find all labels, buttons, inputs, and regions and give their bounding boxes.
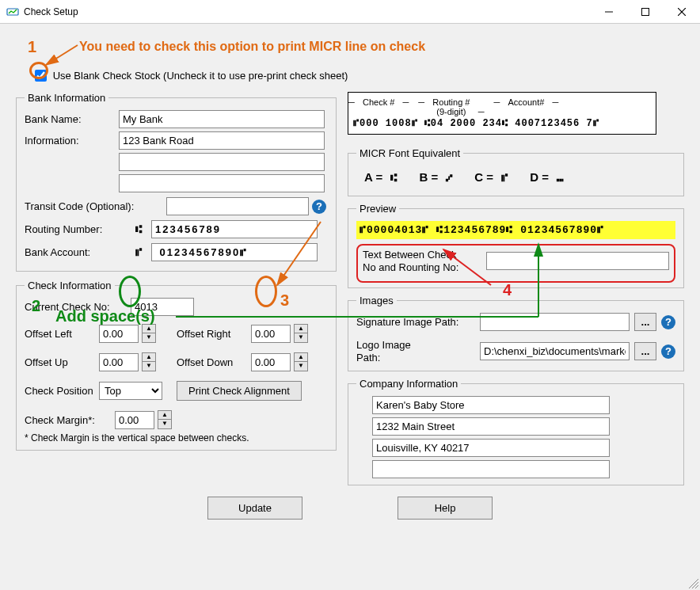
bank-info-group: Bank Information Bank Name: Information:	[16, 92, 337, 272]
logo-path-label-1: Logo Image	[356, 339, 475, 352]
transit-code-input[interactable]	[166, 197, 309, 215]
check-position-label: Check Position	[25, 385, 96, 397]
preview-legend: Preview	[356, 203, 399, 215]
bank-name-input[interactable]	[119, 110, 325, 128]
minimize-button[interactable]	[591, 0, 627, 23]
svg-line-12	[695, 585, 698, 588]
sample-micr-line: ⑈000 1008⑈ ⑆04 2000 234⑆ 4007123456 7⑈	[353, 118, 651, 129]
offset-up-spinner[interactable]: ▲▼	[142, 352, 156, 371]
resize-grip-icon[interactable]	[686, 576, 700, 590]
company-info-group: Company Information	[348, 378, 684, 485]
routing-symbol: ⑆	[135, 223, 143, 236]
micr-sample-box: Check # Routing # (9-digit) Account# ⑈00…	[348, 92, 656, 135]
sample-account-label: Account#	[500, 97, 552, 116]
offset-right-input[interactable]	[251, 325, 291, 343]
current-check-input[interactable]	[131, 298, 194, 316]
check-margin-label: Check Margin*:	[25, 414, 112, 426]
images-legend: Images	[356, 295, 397, 306]
micr-a: A = ⑆	[364, 170, 397, 185]
signature-path-label: Signature Image Path:	[356, 316, 475, 328]
text-between-label-1: Text Between Check	[363, 249, 481, 261]
bank-info-legend: Bank Information	[25, 92, 108, 104]
update-button[interactable]: Update	[207, 497, 302, 520]
offset-right-spinner[interactable]: ▲▼	[294, 324, 308, 343]
svg-rect-2	[642, 8, 649, 15]
company-info-legend: Company Information	[356, 378, 461, 390]
blank-stock-row: Use Blank Check Stock (Uncheck it to use…	[32, 67, 684, 84]
offset-left-label: Offset Left	[25, 328, 96, 340]
bank-info-line2-input[interactable]	[119, 153, 325, 171]
sample-routing-label: Routing # (9-digit)	[424, 97, 477, 116]
svg-line-5	[46, 45, 78, 65]
micr-b: B = ⑇	[419, 170, 452, 185]
bank-account-input[interactable]	[151, 243, 318, 261]
offset-up-label: Offset Up	[25, 356, 96, 368]
bank-name-label: Bank Name:	[25, 113, 116, 125]
text-between-input[interactable]	[486, 252, 669, 270]
check-margin-input[interactable]	[115, 411, 154, 429]
micr-equiv-legend: MICR Font Equivalent	[356, 147, 463, 159]
use-blank-stock-checkbox[interactable]	[35, 70, 47, 82]
company-line3-input[interactable]	[372, 439, 610, 457]
company-line1-input[interactable]	[372, 396, 610, 414]
titlebar: Check Setup	[0, 0, 700, 24]
bank-info-line1-input[interactable]	[119, 131, 325, 150]
micr-c: C = ⑈	[474, 170, 508, 185]
print-alignment-button[interactable]: Print Check Alignment	[177, 381, 302, 401]
transit-label: Transit Code (Optional):	[25, 200, 163, 212]
micr-d: D = ⑉	[530, 170, 563, 185]
signature-browse-button[interactable]: ...	[634, 313, 656, 331]
routing-label: Routing Number:	[25, 223, 127, 235]
check-info-legend: Check Information	[25, 280, 115, 291]
check-margin-footnote: * Check Margin is the vertical space bet…	[25, 432, 328, 443]
annotation-number-1: 1	[28, 38, 36, 56]
company-line4-input[interactable]	[372, 460, 610, 478]
use-blank-stock-label: Use Blank Check Stock (Uncheck it to use…	[53, 70, 348, 82]
help-button[interactable]: Help	[398, 497, 493, 520]
bank-info-line3-input[interactable]	[119, 174, 325, 192]
account-label: Bank Account:	[25, 246, 127, 258]
offset-left-spinner[interactable]: ▲▼	[142, 324, 156, 343]
images-group: Images Signature Image Path: ... ? Logo …	[348, 295, 684, 371]
account-symbol: ⑈	[135, 246, 143, 259]
bank-info-label: Information:	[25, 135, 116, 147]
micr-equiv-group: MICR Font Equivalent A = ⑆ B = ⑇ C = ⑈ D…	[348, 147, 684, 196]
offset-down-label: Offset Down	[177, 356, 248, 368]
app-icon	[6, 6, 19, 18]
logo-path-input[interactable]	[480, 342, 630, 360]
help-icon[interactable]: ?	[661, 315, 675, 329]
preview-group: Preview ⑈00004013⑈ ⑆123456789⑆ 012345678…	[348, 203, 684, 288]
text-between-label-2: No and Rounting No:	[363, 261, 481, 274]
offset-right-label: Offset Right	[177, 328, 248, 340]
preview-micr-line: ⑈00004013⑈ ⑆123456789⑆ 01234567890⑈	[356, 221, 675, 239]
check-info-group: Check Information Current Check No: Offs…	[16, 280, 337, 451]
check-position-select[interactable]: Top	[99, 382, 162, 400]
help-icon[interactable]: ?	[661, 344, 675, 359]
svg-line-11	[692, 582, 698, 588]
logo-browse-button[interactable]: ...	[634, 342, 656, 360]
offset-down-input[interactable]	[251, 353, 291, 371]
company-line2-input[interactable]	[372, 417, 610, 436]
window-title: Check Setup	[24, 6, 591, 17]
maximize-button[interactable]	[627, 0, 664, 23]
offset-up-input[interactable]	[99, 353, 139, 371]
sample-check-label: Check #	[355, 97, 402, 116]
check-margin-spinner[interactable]: ▲▼	[158, 410, 172, 429]
current-check-label: Current Check No:	[25, 301, 127, 313]
close-button[interactable]	[664, 0, 700, 23]
content-area: Use Blank Check Stock (Uncheck it to use…	[0, 24, 700, 590]
help-icon[interactable]: ?	[312, 200, 326, 214]
offset-down-spinner[interactable]: ▲▼	[294, 352, 308, 371]
routing-number-input[interactable]	[151, 220, 318, 238]
annotation-msg-1: You need to check this option to print M…	[79, 40, 425, 54]
signature-path-input[interactable]	[480, 313, 630, 331]
logo-path-label-2: Path:	[356, 352, 475, 364]
offset-left-input[interactable]	[99, 325, 139, 343]
